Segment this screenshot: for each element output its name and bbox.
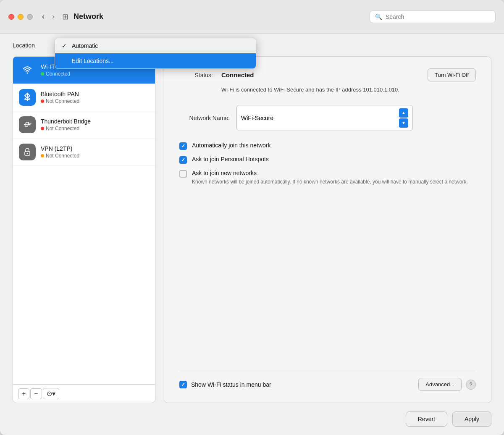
status-value: Connected xyxy=(221,71,254,79)
checkbox-row-auto-join: Automatically join this network xyxy=(179,142,476,150)
close-button[interactable] xyxy=(8,14,14,20)
ask-new-label: Ask to join new networks xyxy=(192,170,468,176)
show-wifi-row: Show Wi-Fi status in menu bar xyxy=(179,380,418,388)
wifi-icon xyxy=(19,62,36,79)
traffic-lights xyxy=(8,14,33,20)
location-label: Location xyxy=(13,42,35,49)
bluetooth-icon xyxy=(19,89,36,106)
page-title: Network xyxy=(74,12,370,21)
checkmark-icon: ✓ xyxy=(62,42,68,49)
bluetooth-network-info: Bluetooth PAN Not Connected xyxy=(41,91,79,104)
wifi-status-row: Connected xyxy=(41,71,70,77)
network-name-value: WiFi-Secure xyxy=(241,115,273,121)
network-stepper[interactable]: ▲ ▼ xyxy=(399,108,408,128)
app-window: ‹ › ⊞ Network 🔍 Location ✓ Automatic Edi… xyxy=(0,0,504,435)
stepper-up-arrow[interactable]: ▲ xyxy=(399,108,408,118)
revert-button[interactable]: Revert xyxy=(406,411,447,427)
show-wifi-label: Show Wi-Fi status in menu bar xyxy=(191,381,271,388)
bottom-buttons: Advanced... ? xyxy=(418,378,476,391)
show-wifi-checkbox[interactable] xyxy=(179,381,187,388)
sidebar-list: Wi-Fi Connected xyxy=(13,57,155,384)
vpn-status-row: Not Connected xyxy=(41,153,79,159)
status-description: Wi-Fi is connected to WiFi-Secure and ha… xyxy=(221,86,476,94)
vpn-status-dot xyxy=(41,154,44,157)
dropdown-item-automatic-label: Automatic xyxy=(72,42,98,49)
forward-button[interactable]: › xyxy=(50,11,57,22)
back-button[interactable]: ‹ xyxy=(39,11,47,22)
apply-button[interactable]: Apply xyxy=(452,411,491,427)
edit-checkmark xyxy=(62,58,68,64)
nav-buttons: ‹ › xyxy=(39,11,57,22)
search-input[interactable] xyxy=(386,13,490,20)
maximize-button[interactable] xyxy=(27,14,33,20)
auto-join-label: Automatically join this network xyxy=(192,142,271,149)
more-options-icon: ⊙▾ xyxy=(47,390,55,398)
bluetooth-name: Bluetooth PAN xyxy=(41,91,79,97)
main-content: Location ✓ Automatic Edit Locations... xyxy=(0,34,504,403)
location-row: Location ✓ Automatic Edit Locations... xyxy=(13,42,491,49)
network-name-select[interactable]: WiFi-Secure ▲ ▼ xyxy=(236,105,413,131)
main-panel: Status: Connected Turn Wi-Fi Off Wi-Fi i… xyxy=(164,56,491,403)
dropdown-item-automatic[interactable]: ✓ Automatic xyxy=(55,38,256,53)
svg-point-0 xyxy=(27,73,28,74)
search-box[interactable]: 🔍 xyxy=(370,10,496,23)
sidebar-item-vpn[interactable]: VPN (L2TP) Not Connected xyxy=(13,139,155,166)
wifi-status-text: Connected xyxy=(46,71,70,77)
dropdown-item-edit-locations-label: Edit Locations... xyxy=(72,58,114,64)
svg-point-2 xyxy=(29,124,31,126)
status-label: Status: xyxy=(179,72,213,79)
ask-hotspot-checkbox[interactable] xyxy=(179,156,187,164)
dropdown-item-edit-locations[interactable]: Edit Locations... xyxy=(55,53,256,68)
sidebar-item-thunderbolt[interactable]: Thunderbolt Bridge Not Connected xyxy=(13,111,155,139)
advanced-button[interactable]: Advanced... xyxy=(418,378,462,391)
sidebar: Wi-Fi Connected xyxy=(13,56,155,403)
vpn-status-text: Not Connected xyxy=(46,153,79,159)
thunderbolt-status-dot xyxy=(41,127,44,130)
ask-new-sublabel: Known networks will be joined automatica… xyxy=(192,178,468,186)
wifi-status-dot xyxy=(41,72,44,76)
bottom-section: Show Wi-Fi status in menu bar Advanced..… xyxy=(179,371,476,391)
ask-new-checkbox[interactable] xyxy=(179,170,187,178)
grid-icon[interactable]: ⊞ xyxy=(62,12,68,21)
thunderbolt-status-text: Not Connected xyxy=(46,126,79,131)
checkbox-section: Automatically join this network Ask to j… xyxy=(179,142,476,186)
search-icon: 🔍 xyxy=(375,13,382,20)
help-button[interactable]: ? xyxy=(466,380,476,390)
status-description-text: Wi-Fi is connected to WiFi-Secure and ha… xyxy=(221,86,399,93)
body-area: Wi-Fi Connected xyxy=(13,56,491,403)
thunderbolt-icon xyxy=(19,116,36,133)
auto-join-checkbox[interactable] xyxy=(179,142,187,150)
remove-network-button[interactable]: − xyxy=(30,388,42,399)
bluetooth-status-row: Not Connected xyxy=(41,98,79,104)
network-name-row: Network Name: WiFi-Secure ▲ ▼ xyxy=(179,105,476,131)
ask-hotspot-label: Ask to join Personal Hotspots xyxy=(192,156,269,162)
minimize-button[interactable] xyxy=(18,14,24,20)
svg-point-5 xyxy=(27,153,28,154)
status-row: Status: Connected Turn Wi-Fi Off xyxy=(179,68,476,81)
location-dropdown-menu: ✓ Automatic Edit Locations... xyxy=(55,38,256,69)
svg-point-1 xyxy=(24,124,26,126)
turn-wifi-button[interactable]: Turn Wi-Fi Off xyxy=(428,68,476,81)
checkbox-row-ask-hotspot: Ask to join Personal Hotspots xyxy=(179,156,476,164)
vpn-icon xyxy=(19,144,36,160)
sidebar-toolbar: + − ⊙▾ xyxy=(13,384,155,403)
add-network-button[interactable]: + xyxy=(18,388,29,399)
vpn-name: VPN (L2TP) xyxy=(41,145,79,152)
network-name-label: Network Name: xyxy=(179,115,230,121)
titlebar: ‹ › ⊞ Network 🔍 xyxy=(0,0,504,34)
more-options-button[interactable]: ⊙▾ xyxy=(43,388,59,399)
sidebar-item-bluetooth[interactable]: Bluetooth PAN Not Connected xyxy=(13,84,155,111)
vpn-network-info: VPN (L2TP) Not Connected xyxy=(41,145,79,159)
bluetooth-status-dot xyxy=(41,100,44,103)
thunderbolt-network-info: Thunderbolt Bridge Not Connected xyxy=(41,118,91,131)
thunderbolt-name: Thunderbolt Bridge xyxy=(41,118,91,125)
thunderbolt-status-row: Not Connected xyxy=(41,126,91,131)
ask-new-text: Ask to join new networks Known networks … xyxy=(192,170,468,186)
bluetooth-status-text: Not Connected xyxy=(46,98,79,104)
stepper-down-arrow[interactable]: ▼ xyxy=(399,118,408,128)
footer: Revert Apply xyxy=(0,403,504,435)
checkbox-row-ask-new: Ask to join new networks Known networks … xyxy=(179,170,476,186)
